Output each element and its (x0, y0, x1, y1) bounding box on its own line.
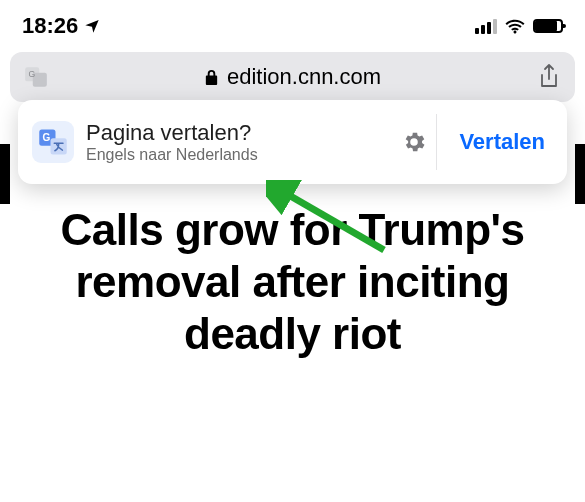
url-bar[interactable]: G edition.cnn.com (10, 52, 575, 102)
svg-text:G: G (42, 132, 50, 143)
battery-icon (533, 19, 563, 33)
share-button[interactable] (535, 63, 563, 91)
status-bar-left: 18:26 (22, 13, 100, 39)
status-bar: 18:26 (0, 0, 585, 48)
gear-icon (401, 129, 427, 155)
status-bar-right (475, 18, 563, 34)
translate-extension-icon[interactable]: G (22, 63, 50, 91)
wifi-icon (504, 18, 526, 34)
svg-text:G: G (28, 69, 35, 79)
translate-popup-subtitle: Engels naar Nederlands (86, 146, 392, 164)
cellular-icon (475, 18, 497, 34)
lock-icon (204, 69, 219, 86)
translate-action-button[interactable]: Vertalen (437, 129, 567, 155)
translate-popup-title: Pagina vertalen? (86, 120, 392, 145)
status-time: 18:26 (22, 13, 78, 39)
translate-settings-button[interactable] (392, 129, 436, 155)
translate-popup-text: Pagina vertalen? Engels naar Nederlands (86, 120, 392, 164)
url-display[interactable]: edition.cnn.com (62, 64, 523, 90)
url-text: edition.cnn.com (227, 64, 381, 90)
translate-popup: G Pagina vertalen? Engels naar Nederland… (18, 100, 567, 184)
google-translate-icon: G (32, 121, 74, 163)
article-headline: Calls grow for Trump's removal after inc… (0, 204, 585, 360)
location-icon (84, 18, 100, 34)
